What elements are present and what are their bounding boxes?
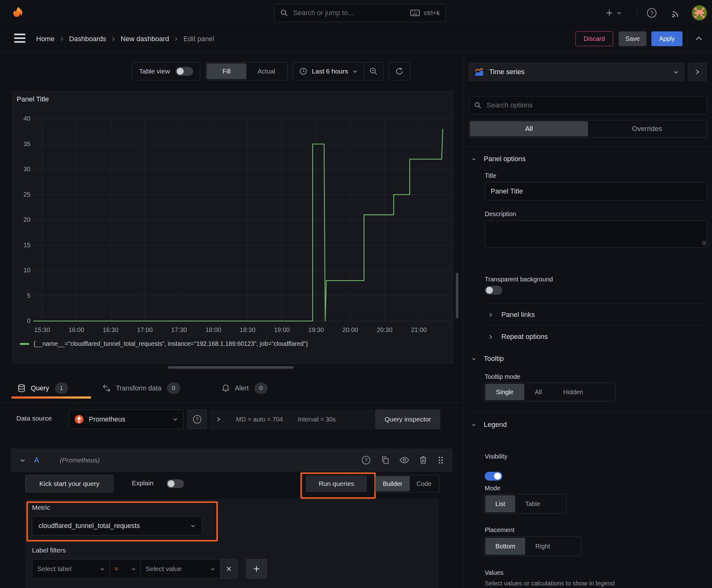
options-search-input[interactable]	[486, 101, 702, 110]
legend-header[interactable]: Legend	[472, 419, 507, 430]
legend-mode-table[interactable]: Table	[515, 495, 550, 512]
database-icon	[17, 384, 26, 393]
tooltip-mode-segment: Single All Hidden	[484, 383, 615, 401]
select-value-dropdown[interactable]: Select value	[141, 559, 220, 579]
help-icon[interactable]: ?	[646, 7, 657, 19]
chevron-down-icon	[100, 567, 105, 571]
visualization-picker[interactable]: Time series	[469, 63, 684, 81]
tab-query-count: 1	[55, 383, 68, 394]
panel-options-header[interactable]: Panel options	[472, 153, 525, 165]
datasource-help-button[interactable]: ?	[188, 410, 207, 429]
zoom-out-button[interactable]	[364, 63, 383, 80]
refresh-icon	[395, 67, 404, 76]
y-tick-label: 10	[12, 267, 30, 274]
y-tick-label: 30	[12, 166, 30, 173]
tooltip-mode-all[interactable]: All	[524, 384, 553, 400]
time-range-picker[interactable]: Last 6 hours	[293, 63, 364, 80]
placement-right[interactable]: Right	[525, 538, 560, 555]
query-inspector-button[interactable]: Query inspector	[375, 410, 440, 429]
explain-toggle[interactable]	[166, 479, 184, 488]
add-filter-button[interactable]	[246, 559, 267, 579]
datasource-row: Data source Prometheus ? MD = auto = 704…	[0, 409, 464, 430]
global-search[interactable]: ctrl+k	[274, 4, 446, 22]
transparent-background-toggle[interactable]	[485, 286, 502, 295]
query-datasource-hint: (Prometheus)	[60, 456, 100, 464]
metric-dropdown[interactable]: cloudflared_tunnel_total_requests	[32, 517, 202, 535]
delete-query-icon[interactable]	[419, 456, 428, 465]
chevron-down-icon	[191, 523, 196, 528]
tooltip-header[interactable]: Tooltip	[472, 353, 504, 364]
query-card: A (Prometheus) ? Kick start your query E…	[11, 448, 453, 588]
tab-alert-count: 0	[254, 383, 267, 394]
drag-handle-icon[interactable]	[437, 456, 445, 465]
collapse-options-button[interactable]	[688, 63, 707, 81]
chevron-down-icon	[472, 157, 476, 162]
panel-options-title: Panel options	[484, 155, 525, 163]
apply-button[interactable]: Apply	[651, 31, 683, 46]
remove-filter-button[interactable]	[220, 559, 237, 579]
svg-text:?: ?	[650, 10, 654, 16]
global-search-input[interactable]	[293, 8, 410, 17]
visibility-toggle[interactable]	[485, 472, 502, 481]
actual-option[interactable]: Actual	[246, 63, 286, 79]
run-queries-button[interactable]: Run queries	[306, 476, 367, 492]
discard-button[interactable]: Discard	[576, 31, 613, 46]
legend-mode-list[interactable]: List	[486, 495, 515, 512]
table-view-toggle[interactable]	[175, 67, 193, 76]
collapse-header-icon[interactable]	[694, 35, 703, 42]
refresh-button[interactable]	[388, 62, 410, 80]
tab-transform[interactable]: Transform data 0	[102, 376, 180, 401]
new-button[interactable]	[605, 7, 622, 19]
inset-divider	[484, 326, 703, 326]
fill-option[interactable]: Fill	[207, 63, 246, 79]
code-option[interactable]: Code	[410, 476, 438, 491]
chevron-down-icon	[472, 357, 476, 361]
breadcrumb-dashboards[interactable]: Dashboards	[69, 35, 106, 43]
panel-title-input[interactable]	[485, 182, 708, 201]
explain-label: Explain	[132, 479, 153, 487]
placement-bottom[interactable]: Bottom	[486, 538, 525, 555]
select-label-dropdown[interactable]: Select label	[32, 559, 110, 579]
user-avatar[interactable]	[692, 5, 707, 20]
chart-plot[interactable]	[12, 91, 453, 336]
plus-icon	[605, 9, 613, 17]
options-tab-all[interactable]: All	[470, 121, 588, 136]
horizontal-scrollbar[interactable]	[168, 366, 294, 369]
tab-alert[interactable]: Alert 0	[222, 376, 267, 401]
tooltip-title: Tooltip	[484, 355, 504, 363]
resize-handle[interactable]	[702, 241, 706, 245]
options-search-box[interactable]	[469, 96, 707, 114]
builder-option[interactable]: Builder	[375, 476, 410, 491]
options-tab-overrides[interactable]: Overrides	[588, 121, 706, 136]
tab-alert-label: Alert	[235, 384, 249, 392]
grafana-logo[interactable]	[11, 6, 26, 20]
datasource-picker[interactable]: Prometheus	[68, 410, 184, 429]
legend-item[interactable]: {__name__="cloudflared_tunnel_total_requ…	[20, 340, 308, 348]
panel: Panel Title 0510152025303540 15:3016:001…	[12, 91, 453, 364]
x-tick-label: 20:30	[370, 327, 399, 334]
query-options-toggle[interactable]	[216, 417, 221, 422]
tooltip-mode-single[interactable]: Single	[486, 384, 524, 400]
operator-dropdown[interactable]: =	[110, 559, 141, 579]
metric-label: Metric	[32, 504, 50, 511]
vertical-scrollbar[interactable]	[456, 273, 458, 318]
menu-toggle[interactable]	[14, 34, 26, 44]
keyboard-icon	[410, 9, 420, 17]
news-rss-icon[interactable]	[671, 8, 681, 19]
timeseries-viz-icon	[474, 67, 484, 77]
hide-query-icon[interactable]	[399, 456, 409, 465]
description-textarea[interactable]	[485, 220, 708, 248]
duplicate-query-icon[interactable]	[381, 456, 390, 465]
repeat-options-header[interactable]: Repeat options	[489, 331, 548, 342]
kickstart-button[interactable]: Kick start your query	[25, 475, 114, 492]
tooltip-mode-hidden[interactable]: Hidden	[553, 384, 594, 400]
query-row-header[interactable]: A (Prometheus) ?	[11, 448, 453, 472]
breadcrumb-new-dashboard[interactable]: New dashboard	[121, 35, 169, 43]
tab-transform-label: Transform data	[116, 384, 161, 392]
save-button[interactable]: Save	[619, 31, 646, 46]
tooltip-mode-label: Tooltip mode	[485, 373, 520, 380]
breadcrumb-home[interactable]: Home	[36, 35, 55, 43]
query-help-icon[interactable]: ?	[361, 455, 371, 465]
panel-links-header[interactable]: Panel links	[489, 309, 535, 320]
label-filters-label: Label filters	[32, 547, 66, 554]
